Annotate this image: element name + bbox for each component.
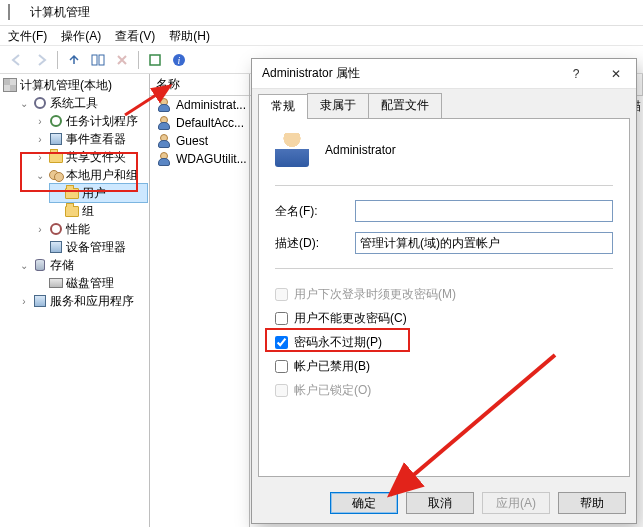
- tools-icon: [32, 95, 48, 111]
- tool-refresh[interactable]: [144, 49, 166, 71]
- users-groups-icon: [48, 167, 64, 183]
- tree-event-viewer[interactable]: ›事件查看器: [34, 130, 147, 148]
- account-name: Administrator: [325, 143, 396, 157]
- tool-forward[interactable]: [30, 49, 52, 71]
- tree-shared-folders[interactable]: ›共享文件夹: [34, 148, 147, 166]
- tool-show-hide[interactable]: [87, 49, 109, 71]
- menu-view[interactable]: 查看(V): [115, 28, 155, 43]
- apply-button[interactable]: 应用(A): [482, 492, 550, 514]
- chk-change-next-logon[interactable]: 用户下次登录时须更改密码(M): [275, 283, 613, 305]
- user-icon: [156, 97, 172, 113]
- shared-folders-icon: [48, 149, 64, 165]
- description-label: 描述(D):: [275, 235, 355, 252]
- tree-disk-mgmt[interactable]: 磁盘管理: [34, 274, 147, 292]
- dialog-button-row: 确定 取消 应用(A) 帮助: [252, 483, 636, 523]
- cancel-button[interactable]: 取消: [406, 492, 474, 514]
- tree-users[interactable]: 用户: [50, 184, 147, 202]
- chk-account-locked-box[interactable]: [275, 384, 288, 397]
- tree-system-tools[interactable]: ⌄ 系统工具: [18, 94, 147, 112]
- tool-back[interactable]: [6, 49, 28, 71]
- tree-local-users-groups[interactable]: ⌄本地用户和组: [34, 166, 147, 184]
- expand-toggle[interactable]: ›: [34, 116, 46, 127]
- toolbar-separator-2: [138, 51, 139, 69]
- tree-groups[interactable]: 组: [50, 202, 147, 220]
- expand-toggle[interactable]: ›: [34, 224, 46, 235]
- list-item[interactable]: Administrat...: [150, 96, 249, 114]
- full-name-input[interactable]: [355, 200, 613, 222]
- menu-help[interactable]: 帮助(H): [169, 28, 210, 43]
- tree-pane: 计算机管理(本地) ⌄ 系统工具 ›任务计划程序 ›事件查看器 ›共享文件夹: [0, 74, 150, 527]
- tree-performance[interactable]: ›性能: [34, 220, 147, 238]
- toolbar-separator: [57, 51, 58, 69]
- dialog-titlebar[interactable]: Administrator 属性 ? ✕: [252, 59, 636, 89]
- computer-management-icon: [2, 77, 18, 93]
- chk-change-next-logon-box[interactable]: [275, 288, 288, 301]
- services-icon: [32, 293, 48, 309]
- task-scheduler-icon: [48, 113, 64, 129]
- list-item[interactable]: DefaultAcc...: [150, 114, 249, 132]
- svg-text:i: i: [178, 55, 181, 66]
- description-input[interactable]: [355, 232, 613, 254]
- tab-strip: 常规 隶属于 配置文件: [252, 89, 636, 118]
- user-icon: [156, 133, 172, 149]
- folder-icon: [64, 203, 80, 219]
- tree-root[interactable]: 计算机管理(本地): [2, 76, 147, 94]
- tree-storage[interactable]: ⌄存储: [18, 256, 147, 274]
- main-titlebar: 计算机管理: [0, 0, 643, 26]
- chk-account-disabled-box[interactable]: [275, 360, 288, 373]
- expand-toggle[interactable]: ›: [18, 296, 30, 307]
- user-icon: [156, 115, 172, 131]
- tool-delete[interactable]: [111, 49, 133, 71]
- tree-root-label: 计算机管理(本地): [20, 77, 112, 94]
- tree-device-manager[interactable]: 设备管理器: [34, 238, 147, 256]
- app-icon: [8, 5, 24, 21]
- svg-rect-1: [99, 55, 104, 65]
- chk-never-expires[interactable]: 密码永不过期(P): [275, 331, 613, 353]
- list-item[interactable]: Guest: [150, 132, 249, 150]
- user-large-icon: [275, 133, 309, 167]
- event-viewer-icon: [48, 131, 64, 147]
- list-item[interactable]: WDAGUtilit...: [150, 150, 249, 168]
- tree-services-apps[interactable]: ›服务和应用程序: [18, 292, 147, 310]
- svg-rect-0: [92, 55, 97, 65]
- tab-panel-general: Administrator 全名(F): 描述(D): 用户下次登录时须更改密码…: [258, 118, 630, 477]
- ok-button[interactable]: 确定: [330, 492, 398, 514]
- tab-member-of[interactable]: 隶属于: [307, 93, 369, 118]
- expand-toggle[interactable]: ›: [34, 152, 46, 163]
- disk-icon: [48, 275, 64, 291]
- help-button[interactable]: 帮助: [558, 492, 626, 514]
- dialog-help-icon[interactable]: ?: [556, 59, 596, 89]
- user-icon: [156, 151, 172, 167]
- full-name-label: 全名(F):: [275, 203, 355, 220]
- dialog-title: Administrator 属性: [262, 65, 360, 82]
- folder-icon: [64, 185, 80, 201]
- tree-task-scheduler[interactable]: ›任务计划程序: [34, 112, 147, 130]
- list-header-name[interactable]: 名称: [150, 74, 249, 96]
- device-manager-icon: [48, 239, 64, 255]
- chk-cannot-change[interactable]: 用户不能更改密码(C): [275, 307, 613, 329]
- expand-toggle[interactable]: ⌄: [34, 170, 46, 181]
- chk-account-locked[interactable]: 帐户已锁定(O): [275, 379, 613, 401]
- chk-account-disabled[interactable]: 帐户已禁用(B): [275, 355, 613, 377]
- expand-toggle[interactable]: ⌄: [18, 98, 30, 109]
- expand-toggle[interactable]: ›: [34, 134, 46, 145]
- main-title: 计算机管理: [30, 4, 90, 21]
- tool-help[interactable]: i: [168, 49, 190, 71]
- menu-file[interactable]: 文件(F): [8, 28, 47, 43]
- expand-toggle[interactable]: ⌄: [18, 260, 30, 271]
- tool-up[interactable]: [63, 49, 85, 71]
- menu-bar: 文件(F) 操作(A) 查看(V) 帮助(H): [0, 26, 643, 46]
- svg-rect-2: [150, 55, 160, 65]
- separator: [275, 268, 613, 269]
- performance-icon: [48, 221, 64, 237]
- chk-never-expires-box[interactable]: [275, 336, 288, 349]
- dialog-close-icon[interactable]: ✕: [596, 59, 636, 89]
- list-pane: 名称 Administrat... DefaultAcc... Guest WD…: [150, 74, 250, 527]
- tab-profile[interactable]: 配置文件: [368, 93, 442, 118]
- tab-general[interactable]: 常规: [258, 94, 308, 119]
- properties-dialog: Administrator 属性 ? ✕ 常规 隶属于 配置文件 Adminis…: [251, 58, 637, 524]
- storage-icon: [32, 257, 48, 273]
- separator: [275, 185, 613, 186]
- chk-cannot-change-box[interactable]: [275, 312, 288, 325]
- menu-action[interactable]: 操作(A): [61, 28, 101, 43]
